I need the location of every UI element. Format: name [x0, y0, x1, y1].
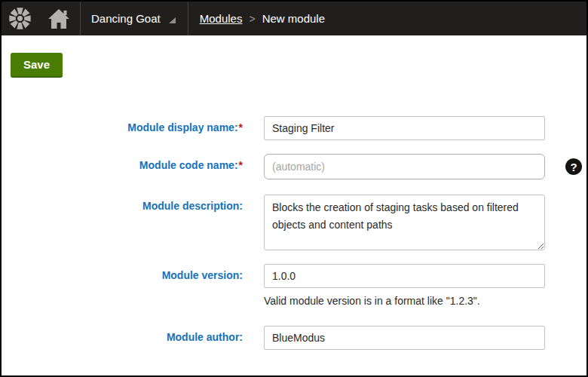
form-row-author: Module author:	[2, 326, 586, 350]
version-format-hint: Valid module version is in a format like…	[264, 295, 545, 307]
kentico-logo-icon	[8, 7, 32, 30]
new-module-form: Module display name:* Module code name:*…	[2, 116, 586, 350]
module-version-input[interactable]	[264, 264, 545, 288]
required-asterisk: *	[239, 159, 243, 171]
module-version-label: Module version:	[2, 264, 264, 281]
breadcrumb: Modules > New module	[188, 2, 336, 35]
caret-down-icon	[169, 17, 176, 23]
form-row-display-name: Module display name:*	[2, 116, 586, 140]
home-button[interactable]	[38, 2, 80, 35]
module-author-input[interactable]	[264, 326, 545, 350]
top-navigation-bar: Dancing Goat Modules > New module	[2, 2, 586, 35]
site-selector-label: Dancing Goat	[91, 12, 161, 25]
required-asterisk: *	[239, 121, 243, 133]
save-button[interactable]: Save	[11, 53, 63, 78]
form-row-code-name: Module code name:* ?	[2, 154, 586, 179]
module-display-name-label: Module display name:*	[2, 116, 264, 133]
breadcrumb-modules-link[interactable]: Modules	[200, 12, 243, 25]
breadcrumb-current-page: New module	[262, 12, 325, 25]
breadcrumb-separator: >	[249, 13, 255, 25]
help-icon[interactable]: ?	[565, 158, 582, 175]
module-code-name-label: Module code name:*	[2, 154, 264, 171]
app-window: Dancing Goat Modules > New module Save M…	[0, 0, 588, 377]
module-description-textarea[interactable]	[264, 195, 545, 250]
form-row-version: Module version: Valid module version is …	[2, 264, 586, 307]
module-description-label: Module description:	[2, 195, 264, 212]
site-selector[interactable]: Dancing Goat	[81, 2, 188, 35]
home-icon	[47, 8, 70, 29]
module-author-label: Module author:	[2, 326, 264, 343]
form-row-description: Module description:	[2, 195, 586, 250]
module-display-name-input[interactable]	[264, 116, 545, 140]
module-code-name-input[interactable]	[264, 154, 545, 179]
kentico-logo-button[interactable]	[2, 2, 38, 35]
